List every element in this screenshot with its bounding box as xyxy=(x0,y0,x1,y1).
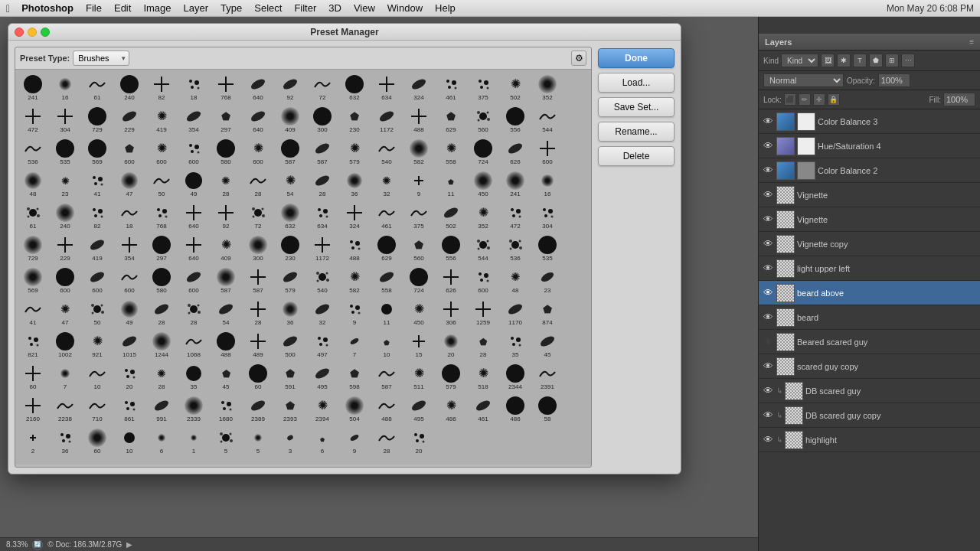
brush-cell[interactable]: 36 xyxy=(49,425,81,457)
minimize-button[interactable] xyxy=(28,28,37,37)
brush-cell[interactable]: 710 xyxy=(81,393,113,425)
layer-row[interactable]: 👁 Vignette copy xyxy=(759,232,980,256)
brush-cell[interactable]: ✺419 xyxy=(145,103,178,135)
brush-cell[interactable]: 5 xyxy=(210,425,242,457)
layer-visibility-eye[interactable]: 👁 xyxy=(762,116,774,128)
brush-cell[interactable]: 600 xyxy=(81,264,113,296)
lock-all-btn[interactable]: 🔒 xyxy=(828,93,840,106)
save-set-button[interactable]: Save Set... xyxy=(598,97,675,117)
close-button[interactable] xyxy=(15,28,24,37)
brush-cell[interactable]: 230 xyxy=(274,232,306,264)
brush-cell[interactable]: 488 xyxy=(403,103,435,135)
brush-cell[interactable]: 600 xyxy=(113,264,145,296)
brush-cell[interactable]: 3 xyxy=(274,425,306,457)
brush-cell[interactable]: 240 xyxy=(113,71,145,103)
brush-cell[interactable]: 536 xyxy=(499,232,531,264)
brush-cell[interactable]: 11 xyxy=(371,296,403,328)
brush-cell[interactable]: 536 xyxy=(17,135,49,168)
brush-cell[interactable]: 60 xyxy=(81,425,113,457)
brush-cell[interactable]: 587 xyxy=(306,135,338,168)
layer-visibility-eye[interactable]: 👁 xyxy=(762,165,774,177)
brush-cell[interactable]: 306 xyxy=(435,296,467,328)
brush-cell[interactable]: 1170 xyxy=(499,296,531,328)
brush-cell[interactable]: 626 xyxy=(499,135,531,168)
brush-cell[interactable]: 2339 xyxy=(178,393,210,425)
zoom-icon[interactable]: 🔄 xyxy=(32,540,43,550)
brush-cell[interactable]: ⬟28 xyxy=(467,328,499,360)
brush-cell[interactable]: ✺28 xyxy=(145,360,178,393)
brush-cell[interactable]: 1244 xyxy=(145,328,178,360)
layers-icon-img[interactable]: 🖼 xyxy=(821,54,835,67)
brush-cell[interactable]: 18 xyxy=(178,71,210,103)
brush-cell[interactable]: 229 xyxy=(49,232,81,264)
brush-cell[interactable]: ✺600 xyxy=(242,135,274,168)
brush-cell[interactable]: 504 xyxy=(338,393,371,425)
brush-cell[interactable]: ⬟10 xyxy=(371,328,403,360)
layer-visibility-eye[interactable]: 👁 xyxy=(762,385,774,397)
brush-cell[interactable]: 240 xyxy=(49,200,81,232)
brush-cell[interactable]: 28 xyxy=(242,296,274,328)
brush-cell[interactable]: 544 xyxy=(467,232,499,264)
brush-cell[interactable]: 2 xyxy=(17,425,49,457)
brush-cell[interactable]: 640 xyxy=(178,200,210,232)
menu-layer[interactable]: Layer xyxy=(178,2,214,15)
menu-photoshop[interactable]: Photoshop xyxy=(16,2,79,15)
brush-cell[interactable]: ⬟2393 xyxy=(274,393,306,425)
brush-cell[interactable]: ✺579 xyxy=(338,135,371,168)
brush-cell[interactable]: 16 xyxy=(49,71,81,103)
brush-cell[interactable]: 1015 xyxy=(113,328,145,360)
brush-cell[interactable]: 540 xyxy=(371,135,403,168)
brush-cell[interactable]: ✺921 xyxy=(81,328,113,360)
layers-icon-shape[interactable]: ⬟ xyxy=(869,54,883,67)
layer-visibility-eye[interactable]: 👁 xyxy=(762,214,774,226)
layers-icon-adj[interactable]: ✱ xyxy=(837,54,851,67)
brush-cell[interactable]: 579 xyxy=(274,264,306,296)
brush-cell[interactable]: 47 xyxy=(113,168,145,200)
brush-cell[interactable]: 587 xyxy=(371,360,403,393)
brush-cell[interactable]: 582 xyxy=(403,135,435,168)
brush-cell[interactable]: ⬟629 xyxy=(435,103,467,135)
brush-cell[interactable]: 7 xyxy=(49,360,81,393)
brush-cell[interactable]: 300 xyxy=(306,103,338,135)
brush-cell[interactable]: 72 xyxy=(306,71,338,103)
brush-cell[interactable]: 61 xyxy=(81,71,113,103)
brush-cell[interactable]: 724 xyxy=(467,135,499,168)
menu-window[interactable]: Window xyxy=(382,2,428,15)
layer-row[interactable]: 👁 beard above xyxy=(759,281,980,305)
brush-cell[interactable]: 600 xyxy=(178,135,210,168)
brush-cell[interactable]: ⬟598 xyxy=(338,360,371,393)
brush-cell[interactable]: 297 xyxy=(145,232,178,264)
brush-cell[interactable]: 626 xyxy=(435,264,467,296)
brush-cell[interactable]: 60 xyxy=(17,360,49,393)
menu-help[interactable]: Help xyxy=(430,2,461,15)
brush-cell[interactable]: 35 xyxy=(178,360,210,393)
brush-cell[interactable]: 629 xyxy=(371,232,403,264)
brush-cell[interactable]: 500 xyxy=(274,328,306,360)
brush-cell[interactable]: 461 xyxy=(371,200,403,232)
brush-cell[interactable]: 2391 xyxy=(531,360,564,393)
brush-cell[interactable]: 472 xyxy=(499,200,531,232)
brush-cell[interactable]: 10 xyxy=(81,360,113,393)
brush-cell[interactable]: 9 xyxy=(403,168,435,200)
brush-cell[interactable]: ✺582 xyxy=(338,264,371,296)
blend-mode-select[interactable]: Normal xyxy=(763,73,844,87)
brush-cell[interactable]: 991 xyxy=(145,393,178,425)
load-button[interactable]: Load... xyxy=(598,73,675,93)
brush-cell[interactable]: 41 xyxy=(17,296,49,328)
brush-cell[interactable]: 60 xyxy=(242,360,274,393)
layer-row[interactable]: 👁 Color Balance 2 xyxy=(759,158,980,183)
brush-cell[interactable]: 28 xyxy=(306,168,338,200)
layer-row[interactable]: 👁 Hue/Saturation 4 xyxy=(759,134,980,158)
brush-cell[interactable]: 229 xyxy=(113,103,145,135)
brush-cell[interactable]: 1259 xyxy=(467,296,499,328)
menu-type[interactable]: Type xyxy=(215,2,247,15)
brush-cell[interactable]: 640 xyxy=(242,71,274,103)
brush-cell[interactable]: 18 xyxy=(113,200,145,232)
brush-cell[interactable]: 729 xyxy=(81,103,113,135)
brush-cell[interactable]: 556 xyxy=(435,232,467,264)
brush-cell[interactable]: 36 xyxy=(274,296,306,328)
brush-cell[interactable]: 20 xyxy=(435,328,467,360)
brush-cell[interactable]: ⬟11 xyxy=(435,168,467,200)
fill-input[interactable] xyxy=(943,93,975,106)
brush-cell[interactable]: 28 xyxy=(145,296,178,328)
